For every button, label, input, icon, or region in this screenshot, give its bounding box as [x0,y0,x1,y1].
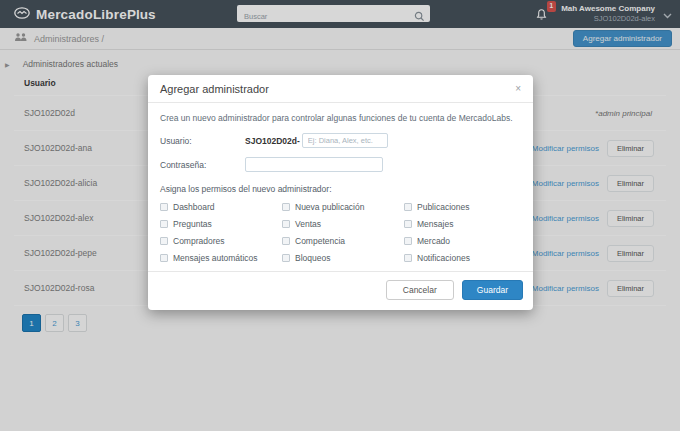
modal-title: Agregar administrador [160,83,269,95]
permission-option[interactable]: Nueva publicación [282,202,404,212]
permission-checkbox[interactable] [160,237,168,245]
permission-label: Mensajes [417,219,453,229]
permission-checkbox[interactable] [160,254,168,262]
permission-label: Preguntas [173,219,212,229]
permission-checkbox[interactable] [404,220,412,228]
permission-label: Mercado [417,236,450,246]
permission-label: Competencia [295,236,345,246]
modal-body: Crea un nuevo administrador para control… [148,103,533,271]
password-input[interactable] [245,157,383,172]
usuario-input[interactable] [302,133,388,148]
permissions-heading: Asigna los permisos del nuevo administra… [160,184,521,194]
permission-option[interactable]: Ventas [282,219,404,229]
permission-option[interactable]: Compradores [160,236,282,246]
permission-option[interactable]: Mercado [404,236,521,246]
permission-checkbox[interactable] [160,203,168,211]
permission-checkbox[interactable] [404,254,412,262]
close-icon[interactable]: × [515,84,521,94]
save-button[interactable]: Guardar [462,280,523,300]
permission-label: Mensajes automáticos [173,253,258,263]
usuario-label: Usuario: [160,136,245,146]
permission-checkbox[interactable] [282,237,290,245]
permissions-grid: DashboardNueva publicaciónPublicacionesP… [160,202,521,263]
permission-label: Compradores [173,236,225,246]
permission-option[interactable]: Bloqueos [282,253,404,263]
permission-checkbox[interactable] [404,203,412,211]
permission-checkbox[interactable] [282,220,290,228]
permission-label: Ventas [295,219,321,229]
permission-checkbox[interactable] [282,203,290,211]
permission-option[interactable]: Notificaciones [404,253,521,263]
usuario-prefix: SJO102D02d- [245,136,300,146]
modal-header: Agregar administrador × [148,75,533,103]
password-label: Contraseña: [160,160,245,170]
modal-footer: Cancelar Guardar [148,271,533,310]
permission-label: Dashboard [173,202,215,212]
modal-intro-text: Crea un nuevo administrador para control… [160,113,521,123]
permission-label: Nueva publicación [295,202,364,212]
password-field-row: Contraseña: [160,157,521,172]
permission-checkbox[interactable] [282,254,290,262]
add-admin-modal: Agregar administrador × Crea un nuevo ad… [148,75,533,310]
permission-option[interactable]: Publicaciones [404,202,521,212]
permission-checkbox[interactable] [404,237,412,245]
permission-label: Publicaciones [417,202,469,212]
permission-option[interactable]: Preguntas [160,219,282,229]
usuario-field-row: Usuario: SJO102D02d- [160,133,521,148]
permission-label: Bloqueos [295,253,330,263]
permission-checkbox[interactable] [160,220,168,228]
cancel-button[interactable]: Cancelar [386,280,454,300]
permission-option[interactable]: Mensajes automáticos [160,253,282,263]
permission-label: Notificaciones [417,253,470,263]
permission-option[interactable]: Dashboard [160,202,282,212]
permission-option[interactable]: Mensajes [404,219,521,229]
permission-option[interactable]: Competencia [282,236,404,246]
